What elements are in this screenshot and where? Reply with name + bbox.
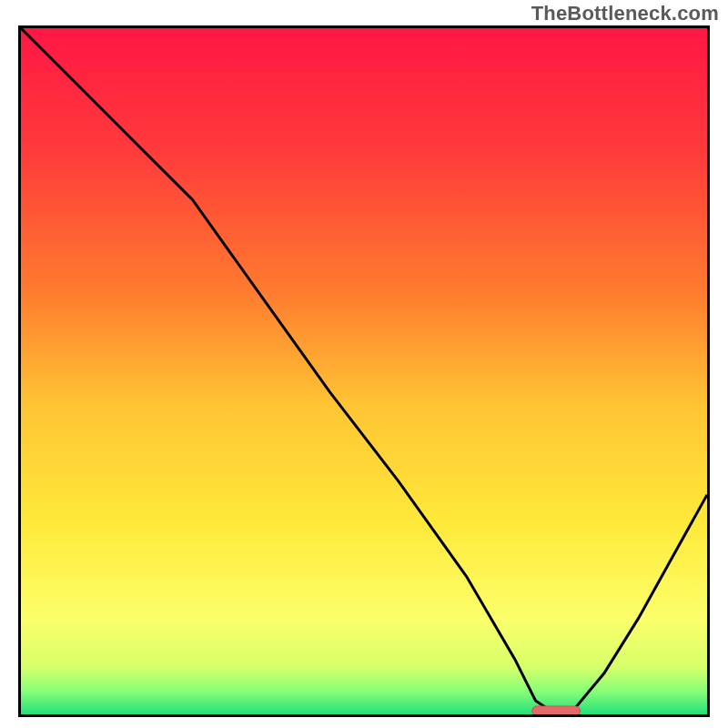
optimal-marker bbox=[532, 706, 581, 714]
chart-stage: TheBottleneck.com bbox=[0, 0, 728, 728]
chart-frame bbox=[18, 25, 710, 717]
watermark-text: TheBottleneck.com bbox=[531, 2, 719, 25]
bottleneck-chart bbox=[21, 28, 707, 714]
